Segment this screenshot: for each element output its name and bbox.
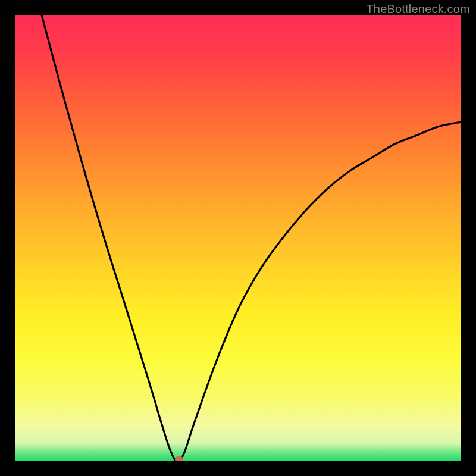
bottleneck-curve-line <box>42 15 461 461</box>
chart-svg <box>15 15 461 461</box>
chart-plot-area <box>15 15 461 461</box>
watermark-text: TheBottleneck.com <box>366 2 470 16</box>
